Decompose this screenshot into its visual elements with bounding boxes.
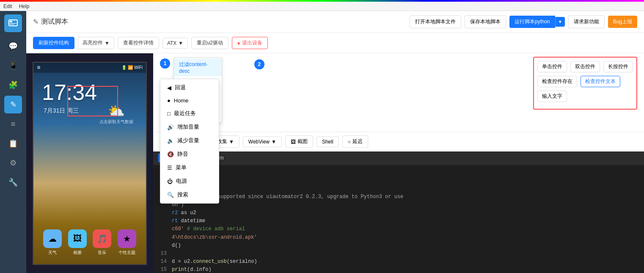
vk-item-search[interactable]: 🔍 搜索 (160, 188, 219, 201)
bug-report-btn[interactable]: Bug上报 (608, 16, 637, 28)
atx-label: ATX (167, 40, 176, 46)
code-tabs: uiautomator2 Appium (153, 151, 644, 165)
phone-selection-box (67, 86, 118, 116)
webview-label: WebView (248, 139, 270, 145)
open-local-btn[interactable]: 打开本地脚本文件 (410, 15, 461, 28)
menu-help[interactable]: Help (19, 3, 30, 9)
run-script-arrow[interactable]: ▼ (555, 17, 565, 27)
code-line: -8 -+= (158, 168, 639, 176)
delay-icon: ○ (348, 139, 351, 145)
code-line: d() (158, 242, 639, 250)
vk-item-recent[interactable]: □ 最近任务 (160, 107, 219, 120)
vk-label-back: 回退 (175, 84, 186, 91)
single-click-btn[interactable]: 单击控件 (537, 61, 567, 72)
phone-app-album: 🖼 相册 (68, 229, 87, 256)
vk-icon-power: ⏻ (167, 178, 173, 185)
webview-btn[interactable]: WebView ▼ (243, 136, 282, 147)
sidebar-item-tools[interactable]: 🔧 (4, 174, 22, 191)
header-title: ✎ 测试脚本 (33, 17, 405, 26)
vk-label-vol-up: 增加音量 (177, 123, 199, 131)
phone-status-right: 🔋 📶 WiFi (121, 65, 143, 70)
code-line: fo s (3,0): (158, 185, 639, 193)
phone-app-weather: ☁ 天气 (43, 229, 62, 256)
vk-label-power: 电源 (176, 177, 187, 185)
toolbar: 刷新控件结构 高亮控件 ▼ 查看控件详情 ATX ▼ 重启u2驱动 ● 退出设备 (26, 33, 644, 53)
vk-item-back[interactable]: ◀ 回退 (160, 81, 219, 94)
refresh-btn[interactable]: 刷新控件结构 (33, 37, 74, 49)
vk-item-home[interactable]: ● Home (160, 94, 219, 107)
vk-icon-vol-down: 🔉 (167, 138, 174, 144)
vk-label-vol-down: 减少音量 (177, 137, 199, 144)
vk-label-menu: 菜单 (176, 164, 187, 171)
sidebar-item-settings[interactable]: ⚙ (4, 154, 22, 172)
atx-btn[interactable]: ATX ▼ (162, 38, 188, 49)
svg-rect-1 (10, 21, 12, 22)
save-local-btn[interactable]: 保存本地脚本 (465, 15, 506, 28)
vk-icon-recent: □ (167, 110, 171, 117)
menu-edit[interactable]: Edit (3, 3, 12, 9)
code-line: .4.5 (158, 176, 639, 185)
exit-device-btn[interactable]: ● 退出设备 (232, 37, 268, 49)
code-line: c60' # device adb serial (158, 225, 639, 233)
code-line: r2 as u2 (158, 209, 639, 217)
sidebar-item-chat[interactable]: 💬 (4, 37, 22, 55)
input-text-btn[interactable]: 输入文字 (537, 91, 567, 102)
control-row-2: 检查控件存在 检查控件文本 (537, 76, 633, 87)
phone-screen: ⚙ 🔋 📶 WiFi 17:34 7月31日 周三 ⛅ 点击获取天气数据 ☁ 天… (33, 62, 147, 265)
vk-icon-menu: ☰ (167, 165, 172, 171)
request-feature-btn[interactable]: 请求新功能 (568, 15, 605, 28)
data-collect-arrow: ▼ (229, 139, 234, 145)
restart-u2-btn[interactable]: 重启u2驱动 (191, 37, 228, 49)
main-content: ✎ 测试脚本 打开本地脚本文件 保存本地脚本 运行脚本python ▼ 请求新功… (26, 11, 644, 273)
long-click-btn[interactable]: 长按控件 (603, 61, 633, 72)
vk-item-power[interactable]: ⏻ 电源 (160, 174, 219, 188)
vk-item-vol-down[interactable]: 🔉 减少音量 (160, 134, 219, 147)
sidebar-item-edit[interactable]: ✎ (4, 96, 22, 113)
shell-label: Shell (322, 139, 333, 145)
album-label: 相册 (73, 250, 82, 256)
right-panel: 1 过滤content-desc 过滤content-desc 过滤id 过滤文… (153, 53, 644, 273)
music-icon: 🎵 (93, 229, 111, 248)
vk-item-mute[interactable]: 🔇 静音 (160, 147, 219, 161)
atx-arrow: ▼ (178, 40, 183, 46)
phone-app-music: 🎵 音乐 (93, 229, 111, 256)
virtual-keyboard-dropdown: ◀ 回退 ● Home □ 最近任务 🔊 增加音量 (160, 79, 219, 204)
sidebar-item-plugins[interactable]: 🧩 (4, 76, 22, 94)
vk-item-vol-up[interactable]: 🔊 增加音量 (160, 120, 219, 134)
sidebar-item-list[interactable]: ≡ (4, 115, 22, 133)
phone-apps: ☁ 天气 🖼 相册 🎵 音乐 ★ 个性主题 (33, 229, 146, 256)
screenshot-label: 截图 (297, 138, 308, 145)
check-text-btn[interactable]: 检查控件文本 (581, 76, 620, 87)
code-content: -8 -+= .4.5 f (153, 165, 644, 273)
filter-option-content-desc[interactable]: 过滤content-desc (174, 59, 222, 76)
control-row-3: 输入文字 (537, 91, 633, 102)
check-exist-btn[interactable]: 检查控件存在 (537, 76, 577, 87)
highlight-label: 高亮控件 (83, 39, 103, 47)
sidebar-item-device[interactable]: 📱 (4, 57, 22, 74)
run-script-btn[interactable]: 运行脚本python (509, 16, 555, 28)
badge-2: 2 (254, 59, 264, 69)
code-line: rt datetime (158, 217, 639, 225)
shell-btn[interactable]: Shell (316, 136, 339, 147)
screenshot-btn[interactable]: 🖼 截图 (285, 135, 313, 148)
code-line: 13 (158, 250, 639, 258)
sidebar-logo (4, 14, 22, 32)
sidebar-item-clipboard[interactable]: 📋 (4, 135, 22, 152)
delay-btn[interactable]: ○ 延迟 (342, 135, 368, 148)
code-line: on') (158, 201, 639, 209)
theme-icon: ★ (118, 229, 136, 248)
highlight-arrow: ▼ (105, 40, 110, 46)
vk-item-menu[interactable]: ☰ 菜单 (160, 161, 219, 174)
vk-label-search: 搜索 (177, 191, 188, 199)
delay-label: 延迟 (352, 138, 363, 145)
vk-icon-search: 🔍 (167, 192, 174, 198)
screenshot-icon: 🖼 (291, 139, 296, 145)
weather-icon: ☁ (43, 229, 62, 248)
svg-rect-3 (10, 24, 14, 25)
vk-icon-home: ● (167, 97, 171, 104)
view-details-btn[interactable]: 查看控件详情 (118, 37, 159, 49)
badge2-area: 2 (229, 58, 264, 83)
code-line: 15 print(d.info) (158, 266, 639, 273)
double-click-btn[interactable]: 双击控件 (570, 61, 600, 72)
highlight-btn[interactable]: 高亮控件 ▼ (78, 37, 114, 49)
